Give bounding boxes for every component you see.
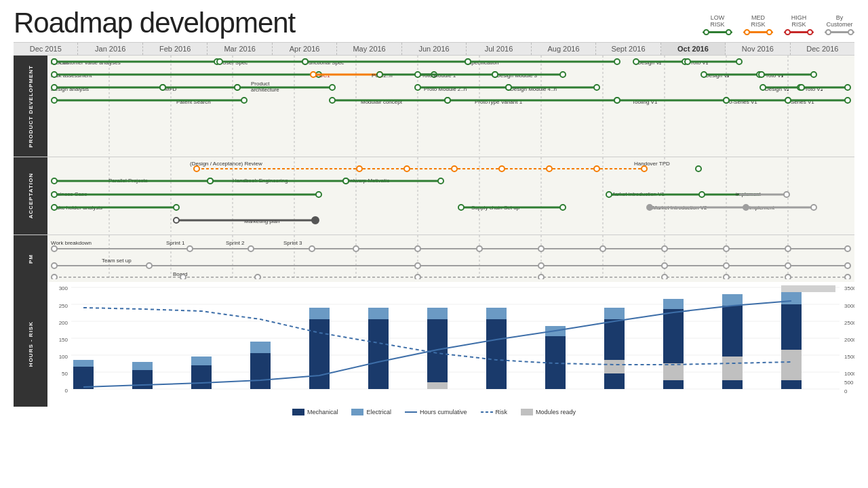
- svg-point-85: [506, 85, 511, 90]
- legend-low-risk-label: LOWRISK: [710, 15, 724, 28]
- svg-rect-264: [191, 357, 212, 365]
- svg-point-180: [811, 205, 816, 210]
- svg-point-52: [415, 72, 420, 77]
- svg-rect-274: [486, 319, 507, 389]
- svg-point-219: [415, 263, 420, 268]
- svg-text:3000: 3000: [844, 303, 854, 309]
- svg-point-205: [309, 246, 315, 251]
- header: Roadmap development LOWRISK MEDRISK: [0, 0, 868, 42]
- legend-high-risk: HIGHRISK: [784, 15, 814, 34]
- svg-point-140: [642, 166, 647, 171]
- chart-content: 300 250 200 150 100 50 0 3500 3000 2500 …: [47, 282, 854, 407]
- svg-text:Sprint 1: Sprint 1: [166, 240, 185, 246]
- month-jun2016: Jun 2016: [402, 43, 467, 55]
- svg-point-133: [194, 166, 199, 171]
- pm-content: Work breakdown Sprint 1 Sprint 2 Sprint …: [47, 235, 854, 282]
- svg-point-134: [357, 166, 362, 171]
- svg-point-223: [785, 263, 791, 268]
- svg-point-149: [208, 178, 213, 184]
- svg-point-158: [316, 192, 321, 197]
- svg-text:Handover TPD: Handover TPD: [634, 161, 670, 167]
- svg-point-220: [538, 263, 544, 268]
- svg-point-214: [845, 246, 850, 251]
- svg-point-56: [492, 72, 498, 77]
- svg-rect-279: [604, 308, 625, 319]
- svg-point-230: [415, 274, 420, 279]
- svg-rect-263: [191, 365, 212, 389]
- svg-point-137: [499, 166, 505, 171]
- legend-risk-line: [481, 410, 493, 414]
- svg-point-234: [785, 274, 791, 279]
- svg-rect-259: [73, 367, 94, 389]
- legend-med-risk: MEDRISK: [743, 15, 773, 34]
- legend-hours-label: Hours cumulative: [420, 409, 467, 415]
- legend-risk: Risk: [481, 409, 508, 415]
- svg-point-20: [217, 59, 222, 64]
- svg-rect-269: [368, 319, 389, 389]
- svg-rect-286: [722, 357, 743, 380]
- month-jan2016: Jan 2016: [78, 43, 142, 55]
- pm-section: PM Work brea: [14, 235, 854, 282]
- legend-low-risk: LOWRISK: [703, 15, 732, 34]
- svg-text:250: 250: [59, 303, 68, 309]
- svg-point-209: [538, 246, 544, 251]
- month-apr2016: Apr 2016: [273, 43, 337, 55]
- svg-point-213: [785, 246, 791, 251]
- svg-point-177: [743, 205, 749, 210]
- svg-rect-261: [132, 370, 153, 389]
- svg-text:100: 100: [59, 354, 68, 360]
- svg-text:Product: Product: [251, 81, 270, 87]
- svg-point-16: [52, 59, 57, 64]
- svg-text:0: 0: [65, 388, 68, 394]
- legend-electrical-label: Electrical: [366, 409, 391, 415]
- svg-point-135: [404, 166, 410, 171]
- svg-point-169: [174, 205, 179, 210]
- svg-rect-290: [781, 285, 835, 292]
- svg-point-142: [696, 166, 701, 171]
- svg-point-72: [160, 85, 165, 90]
- month-sept2016: Sept 2016: [596, 43, 660, 55]
- month-feb2016: Feb 2016: [143, 43, 208, 55]
- legend-hours-line: [405, 411, 417, 413]
- svg-point-173: [560, 205, 566, 210]
- svg-point-65: [811, 72, 816, 77]
- svg-text:3500: 3500: [844, 285, 854, 291]
- svg-point-217: [52, 263, 57, 268]
- svg-text:Work breakdown: Work breakdown: [51, 240, 92, 246]
- acceptation-section: ACCEPTATION: [14, 157, 854, 235]
- month-may2016: May 2016: [337, 43, 401, 55]
- svg-point-208: [477, 246, 482, 251]
- acceptation-label: ACCEPTATION: [14, 157, 47, 235]
- svg-point-224: [845, 263, 850, 268]
- svg-point-210: [600, 246, 606, 251]
- svg-point-206: [353, 246, 359, 251]
- svg-text:2500: 2500: [844, 320, 854, 326]
- svg-text:1000: 1000: [844, 371, 854, 377]
- svg-rect-266: [250, 342, 271, 353]
- legend-modules-color: [521, 409, 533, 415]
- chart-section: HOURS - RISK 300 250 200 150 100 50 0 35…: [14, 282, 854, 407]
- svg-point-86: [594, 85, 599, 90]
- svg-point-89: [760, 85, 766, 90]
- svg-rect-273: [427, 382, 448, 389]
- month-dec2016: Dec 2016: [791, 43, 854, 55]
- month-oct2016: Oct 2016: [661, 43, 726, 55]
- acceptation-svg: (Design / Acceptance) Review Handover TP…: [47, 157, 854, 232]
- svg-point-40: [52, 72, 57, 77]
- svg-point-183: [174, 218, 179, 223]
- svg-text:200: 200: [59, 320, 68, 326]
- svg-point-77: [235, 85, 240, 90]
- gantt-sections: PRODUCT DEVELOPMENT: [14, 56, 854, 282]
- svg-text:300: 300: [59, 285, 68, 291]
- svg-point-172: [458, 205, 464, 210]
- legend-hours-cumulative: Hours cumulative: [405, 409, 467, 415]
- svg-point-64: [759, 72, 764, 77]
- svg-point-153: [343, 178, 349, 184]
- svg-point-228: [180, 274, 186, 279]
- svg-rect-275: [486, 308, 507, 319]
- svg-rect-271: [427, 319, 448, 389]
- svg-point-154: [438, 178, 443, 184]
- svg-point-161: [606, 192, 612, 197]
- svg-point-97: [52, 98, 57, 103]
- svg-rect-272: [427, 308, 448, 319]
